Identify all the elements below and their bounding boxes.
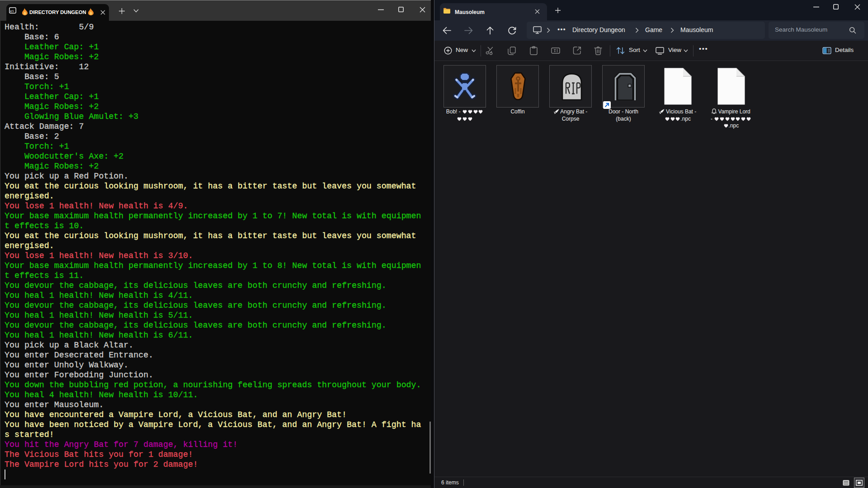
svg-text:c:\: c:\ [10,9,14,13]
